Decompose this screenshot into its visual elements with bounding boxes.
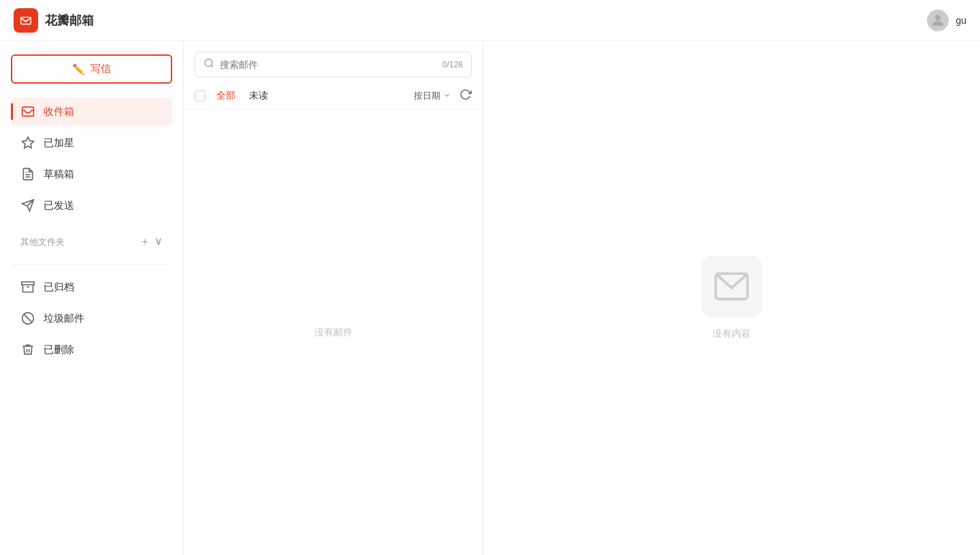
refresh-button[interactable] [459, 88, 472, 103]
sidebar-trash-label: 已删除 [44, 343, 74, 356]
edit-icon: ✏️ [72, 63, 85, 75]
empty-mail-icon [701, 256, 762, 317]
svg-line-14 [211, 65, 213, 67]
topbar: 花瓣邮箱 gu [0, 0, 980, 41]
draft-icon [20, 167, 35, 182]
svg-point-2 [935, 15, 941, 20]
svg-rect-3 [22, 107, 34, 116]
search-count: 0/128 [442, 60, 463, 69]
sidebar: ✏️ 写信 收件箱 已加星 [0, 41, 184, 555]
sent-icon [20, 198, 35, 213]
filter-all-tab[interactable]: 全部 [214, 88, 238, 103]
expand-folders-icon[interactable]: ∨ [154, 235, 163, 249]
email-detail-empty-text: 没有内容 [713, 328, 751, 340]
topbar-left: 花瓣邮箱 [14, 8, 94, 33]
email-empty-state: 没有邮件 [184, 110, 483, 555]
sidebar-item-sent[interactable]: 已发送 [11, 191, 172, 220]
sidebar-spam-label: 垃圾邮件 [44, 312, 84, 325]
sort-date-button[interactable]: 按日期 [414, 90, 451, 102]
folder-actions: ＋ ∨ [140, 235, 163, 249]
other-folders-label: 其他文件夹 [20, 236, 65, 248]
email-list-panel: 0/128 全部 未读 按日期 [184, 41, 483, 555]
search-input[interactable] [220, 59, 437, 70]
sidebar-inbox-label: 收件箱 [44, 105, 74, 118]
archive-icon [20, 280, 35, 295]
add-folder-icon[interactable]: ＋ [140, 235, 150, 249]
main-layout: ✏️ 写信 收件箱 已加星 [0, 41, 980, 555]
chevron-down-icon [443, 91, 451, 101]
sidebar-sent-label: 已发送 [44, 199, 74, 212]
svg-rect-9 [22, 282, 34, 285]
trash-icon [20, 342, 35, 357]
compose-button[interactable]: ✏️ 写信 [11, 54, 172, 84]
content-area: 0/128 全部 未读 按日期 [184, 41, 980, 555]
svg-point-13 [205, 59, 212, 67]
sidebar-starred-label: 已加星 [44, 137, 74, 150]
logo-icon [14, 8, 38, 33]
spam-icon [20, 311, 35, 326]
filter-unread-tab[interactable]: 未读 [246, 88, 271, 103]
sidebar-item-inbox[interactable]: 收件箱 [11, 97, 172, 126]
nav-divider [11, 264, 172, 265]
select-all-checkbox[interactable] [195, 90, 206, 101]
sidebar-item-trash[interactable]: 已删除 [11, 335, 172, 364]
search-bar: 0/128 [184, 41, 483, 83]
sort-date-label: 按日期 [414, 90, 440, 102]
other-folders-header: 其他文件夹 ＋ ∨ [11, 228, 172, 256]
inbox-icon [20, 104, 35, 119]
avatar[interactable] [927, 10, 949, 31]
sidebar-item-drafts[interactable]: 草稿箱 [11, 160, 172, 188]
search-input-wrapper[interactable]: 0/128 [195, 52, 472, 78]
app-title: 花瓣邮箱 [45, 12, 94, 29]
topbar-right: gu [927, 10, 966, 31]
sidebar-archive-label: 已归档 [44, 281, 74, 294]
sidebar-item-starred[interactable]: 已加星 [11, 129, 172, 157]
sidebar-drafts-label: 草稿箱 [44, 168, 74, 181]
email-detail-panel: 没有内容 [483, 41, 980, 555]
svg-marker-4 [22, 137, 34, 148]
sidebar-item-archive[interactable]: 已归档 [11, 273, 172, 301]
search-icon [203, 58, 214, 71]
user-name: gu [956, 15, 966, 26]
sidebar-item-spam[interactable]: 垃圾邮件 [11, 304, 172, 333]
filter-bar: 全部 未读 按日期 [184, 83, 483, 110]
star-icon [20, 135, 35, 150]
svg-line-12 [24, 314, 32, 322]
